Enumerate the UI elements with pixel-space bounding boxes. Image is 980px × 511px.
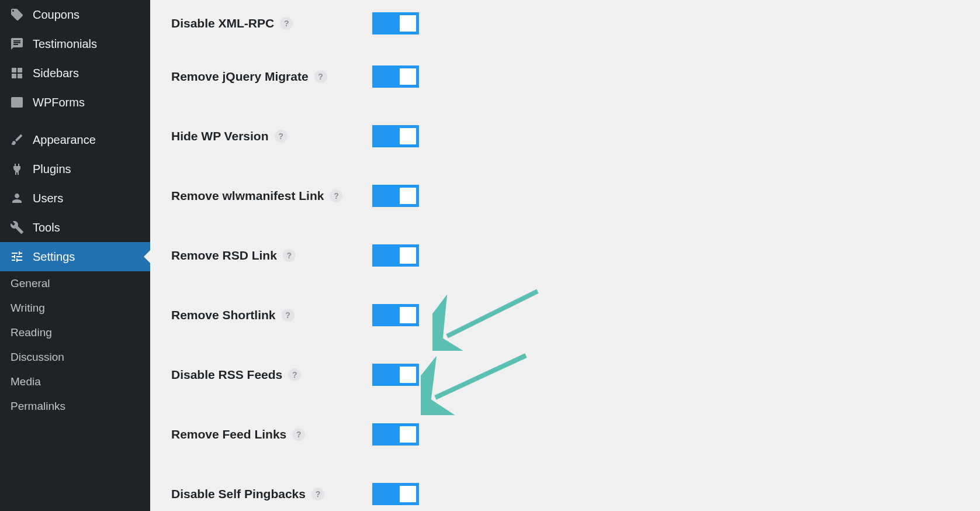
setting-row-feed-links: Remove Feed Links ? xyxy=(171,405,959,464)
help-icon[interactable]: ? xyxy=(280,17,293,30)
help-icon[interactable]: ? xyxy=(282,309,295,322)
sidebar-item-label: Settings xyxy=(33,250,75,264)
sidebar-item-tools[interactable]: Tools xyxy=(0,213,150,242)
sliders-icon xyxy=(9,249,25,264)
toggle-knob xyxy=(400,247,416,264)
sidebar-item-plugins[interactable]: Plugins xyxy=(0,154,150,184)
grid-icon xyxy=(9,65,25,81)
settings-content: Disable XML-RPC ? Remove jQuery Migrate … xyxy=(150,0,980,511)
help-icon[interactable]: ? xyxy=(283,249,296,262)
setting-label-text: Remove jQuery Migrate xyxy=(171,70,309,84)
help-icon[interactable]: ? xyxy=(275,130,288,143)
toggle-knob xyxy=(400,15,416,32)
form-icon xyxy=(9,95,25,110)
help-icon[interactable]: ? xyxy=(288,368,301,381)
toggle-wlwmanifest[interactable] xyxy=(372,185,419,207)
setting-label: Remove RSD Link ? xyxy=(171,248,372,263)
menu-separator xyxy=(0,117,150,125)
toggle-knob xyxy=(400,426,416,443)
setting-row-self-pingbacks: Disable Self Pingbacks ? xyxy=(171,464,959,511)
toggle-rss-feeds[interactable] xyxy=(372,364,419,386)
setting-row-rsd: Remove RSD Link ? xyxy=(171,226,959,285)
sidebar-item-coupons[interactable]: Coupons xyxy=(0,0,150,29)
setting-label-text: Disable XML-RPC xyxy=(171,16,274,30)
setting-label: Remove jQuery Migrate ? xyxy=(171,70,372,84)
brush-icon xyxy=(9,132,25,147)
setting-row-wp-version: Hide WP Version ? xyxy=(171,106,959,166)
sidebar-item-wpforms[interactable]: WPForms xyxy=(0,88,150,117)
setting-label-text: Disable RSS Feeds xyxy=(171,368,282,382)
sidebar-item-label: WPForms xyxy=(33,96,85,109)
admin-sidebar: Coupons Testimonials Sidebars WPForms Ap… xyxy=(0,0,150,511)
wrench-icon xyxy=(9,220,25,235)
toggle-self-pingbacks[interactable] xyxy=(372,483,419,505)
setting-label-text: Hide WP Version xyxy=(171,129,269,143)
sidebar-item-label: Coupons xyxy=(33,8,79,22)
help-icon[interactable]: ? xyxy=(292,428,305,441)
setting-label-text: Remove wlwmanifest Link xyxy=(171,189,324,203)
toggle-rsd[interactable] xyxy=(372,244,419,267)
setting-label: Disable RSS Feeds ? xyxy=(171,368,372,382)
setting-row-xmlrpc: Disable XML-RPC ? xyxy=(171,0,959,47)
settings-list: Disable XML-RPC ? Remove jQuery Migrate … xyxy=(171,0,959,511)
setting-label: Disable Self Pingbacks ? xyxy=(171,487,372,501)
setting-row-jquery-migrate: Remove jQuery Migrate ? xyxy=(171,47,959,106)
sidebar-item-label: Users xyxy=(33,192,63,205)
submenu-item-reading[interactable]: Reading xyxy=(0,320,150,345)
setting-row-shortlink: Remove Shortlink ? xyxy=(171,285,959,345)
setting-label: Remove Feed Links ? xyxy=(171,427,372,441)
sidebar-item-appearance[interactable]: Appearance xyxy=(0,125,150,154)
toggle-knob xyxy=(400,367,416,383)
setting-label-text: Remove Shortlink xyxy=(171,308,276,322)
submenu-item-general[interactable]: General xyxy=(0,271,150,296)
sidebar-item-testimonials[interactable]: Testimonials xyxy=(0,29,150,58)
sidebar-item-sidebars[interactable]: Sidebars xyxy=(0,58,150,88)
toggle-wp-version[interactable] xyxy=(372,125,419,147)
help-icon[interactable]: ? xyxy=(330,189,342,202)
sidebar-item-label: Tools xyxy=(33,221,60,234)
setting-label: Hide WP Version ? xyxy=(171,129,372,143)
help-icon[interactable]: ? xyxy=(314,70,327,83)
setting-row-rss-feeds: Disable RSS Feeds ? xyxy=(171,345,959,405)
sidebar-item-label: Testimonials xyxy=(33,37,97,51)
user-icon xyxy=(9,191,25,206)
submenu-item-permalinks[interactable]: Permalinks xyxy=(0,394,150,419)
plug-icon xyxy=(9,161,25,177)
toggle-knob xyxy=(400,486,416,502)
setting-label: Remove wlwmanifest Link ? xyxy=(171,189,372,203)
setting-label: Remove Shortlink ? xyxy=(171,308,372,322)
toggle-knob xyxy=(400,188,416,204)
sidebar-item-label: Plugins xyxy=(33,163,71,176)
tag-icon xyxy=(9,7,25,22)
toggle-xmlrpc[interactable] xyxy=(372,12,419,34)
submenu-item-writing[interactable]: Writing xyxy=(0,296,150,320)
toggle-knob xyxy=(400,68,416,85)
toggle-knob xyxy=(400,128,416,144)
sidebar-item-settings[interactable]: Settings xyxy=(0,242,150,271)
chat-icon xyxy=(9,36,25,51)
toggle-feed-links[interactable] xyxy=(372,423,419,446)
help-icon[interactable]: ? xyxy=(311,488,324,500)
toggle-jquery-migrate[interactable] xyxy=(372,65,419,88)
submenu-item-discussion[interactable]: Discussion xyxy=(0,345,150,370)
setting-row-wlwmanifest: Remove wlwmanifest Link ? xyxy=(171,166,959,226)
setting-label-text: Remove Feed Links xyxy=(171,427,286,441)
toggle-knob xyxy=(400,307,416,323)
sidebar-item-label: Appearance xyxy=(33,133,96,147)
submenu-item-media[interactable]: Media xyxy=(0,370,150,394)
toggle-shortlink[interactable] xyxy=(372,304,419,326)
setting-label-text: Disable Self Pingbacks xyxy=(171,487,306,501)
sidebar-item-label: Sidebars xyxy=(33,67,79,80)
sidebar-item-users[interactable]: Users xyxy=(0,184,150,213)
setting-label-text: Remove RSD Link xyxy=(171,248,277,263)
setting-label: Disable XML-RPC ? xyxy=(171,16,372,30)
